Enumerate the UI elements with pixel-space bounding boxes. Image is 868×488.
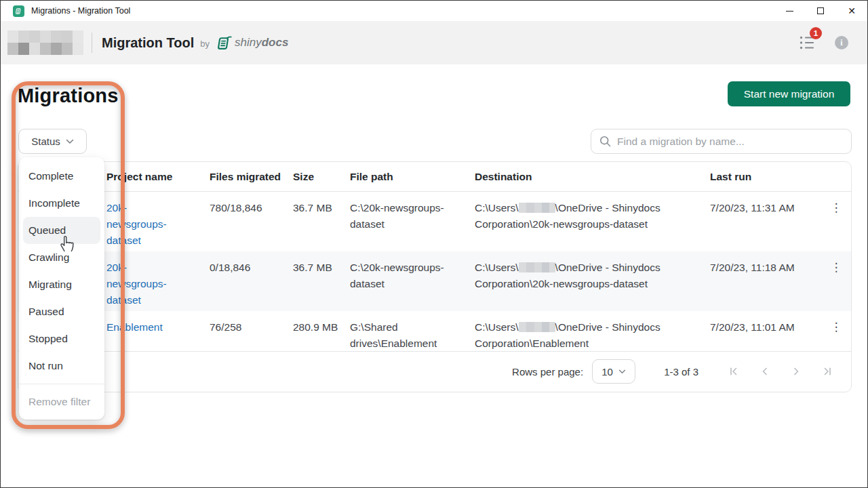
col-size: Size	[293, 171, 350, 183]
window-title: Migrations - Migration Tool	[31, 6, 774, 16]
project-link[interactable]: 20k-newsgroups-dataset	[106, 260, 182, 308]
cell-destination: C:\Users\\OneDrive - Shinydocs Corporati…	[475, 311, 710, 352]
next-page-button[interactable]	[791, 367, 801, 377]
pagination-controls	[728, 367, 832, 377]
info-icon: i	[840, 38, 842, 48]
info-button[interactable]: i	[835, 36, 848, 49]
by-label: by	[200, 39, 210, 49]
redacted-username	[519, 322, 555, 332]
chevron-down-icon	[618, 369, 626, 374]
project-link[interactable]: 20k-newsgroups-dataset	[106, 200, 182, 249]
cell-file-path: C:\20k-newsgroups-dataset	[350, 251, 475, 292]
col-files-migrated: Files migrated	[210, 171, 293, 183]
project-link[interactable]: Enablement	[106, 319, 163, 336]
rows-per-page-label: Rows per page:	[512, 366, 583, 378]
cell-size: 36.7 MB	[293, 251, 350, 276]
title-bar: Migrations - Migration Tool ✕	[1, 1, 867, 21]
col-project-name: Project name	[106, 171, 210, 183]
filter-option-not-run[interactable]: Not run	[19, 352, 104, 380]
chevron-right-icon	[791, 367, 801, 376]
remove-filter-option[interactable]: Remove filter	[19, 388, 104, 415]
brand-text: shinydocs	[235, 36, 288, 49]
search-input[interactable]	[617, 136, 843, 148]
app-header: Migration Tool by shinydocs 1 i	[1, 21, 867, 64]
table-row: Enablement 76/258 280.9 MB G:\Shared dri…	[18, 311, 851, 352]
cell-size: 280.9 MB	[293, 311, 350, 336]
status-filter-button[interactable]: Status	[18, 129, 87, 154]
shinydocs-logo: shinydocs	[215, 34, 288, 52]
cell-destination: C:\Users\\OneDrive - Shinydocs Corporati…	[475, 192, 710, 232]
shinydocs-glyph	[215, 34, 233, 52]
cell-file-path: G:\Shared drives\Enablement	[350, 311, 475, 352]
filter-option-migrating[interactable]: Migrating	[19, 271, 104, 298]
search-icon	[599, 136, 611, 147]
last-page-icon	[823, 367, 832, 376]
shinydocs-glyph-small	[15, 7, 22, 15]
app-window: Migrations - Migration Tool ✕ Migration …	[0, 0, 868, 488]
migrations-table: Project name Files migrated Size File pa…	[18, 161, 852, 392]
redacted-logo	[7, 30, 83, 55]
minimize-button[interactable]	[774, 1, 805, 21]
cell-files-migrated: 0/18,846	[210, 251, 293, 276]
status-filter-label: Status	[31, 136, 60, 147]
chevron-left-icon	[760, 367, 770, 376]
menu-divider	[19, 384, 104, 384]
filter-option-incomplete[interactable]: Incomplete	[19, 190, 104, 217]
cell-files-migrated: 76/258	[210, 311, 293, 336]
cell-last-run: 7/20/23, 11:31 AM	[710, 192, 815, 216]
main-content: Migrations Start new migration Status Pr…	[1, 64, 867, 488]
filter-option-crawling[interactable]: Crawling	[19, 244, 104, 271]
header-divider	[92, 33, 92, 53]
close-button[interactable]: ✕	[836, 1, 867, 21]
col-last-run: Last run	[710, 171, 815, 183]
row-menu-button[interactable]: ⋮	[827, 318, 845, 336]
table-row: 20k-newsgroups-dataset 780/18,846 36.7 M…	[18, 192, 851, 251]
search-box	[591, 129, 852, 154]
status-filter-menu: Complete Incomplete Queued Crawling Migr…	[19, 157, 104, 420]
table-header-row: Project name Files migrated Size File pa…	[18, 162, 851, 192]
row-menu-button[interactable]: ⋮	[827, 199, 845, 216]
last-page-button[interactable]	[822, 367, 832, 377]
pagination-range: 1-3 of 3	[664, 366, 698, 378]
cell-last-run: 7/20/23, 11:18 AM	[710, 251, 815, 276]
cell-size: 36.7 MB	[293, 192, 350, 216]
filter-option-complete[interactable]: Complete	[19, 163, 104, 190]
filter-option-paused[interactable]: Paused	[19, 298, 104, 325]
maximize-button[interactable]	[805, 1, 836, 21]
table-row: 20k-newsgroups-dataset 0/18,846 36.7 MB …	[18, 251, 851, 311]
row-menu-button[interactable]: ⋮	[827, 258, 845, 276]
close-icon: ✕	[848, 6, 856, 16]
previous-page-button[interactable]	[760, 367, 770, 377]
rows-per-page-select[interactable]: 10	[592, 359, 635, 384]
cell-destination: C:\Users\\OneDrive - Shinydocs Corporati…	[475, 251, 710, 292]
chevron-down-icon	[66, 139, 74, 144]
app-title: Migration Tool	[102, 35, 194, 51]
filter-option-queued[interactable]: Queued	[23, 217, 100, 244]
table-footer: Rows per page: 10 1-3 of 3	[18, 351, 851, 392]
notification-badge: 1	[810, 27, 822, 39]
col-file-path: File path	[350, 171, 475, 183]
first-page-icon	[729, 367, 738, 376]
page-title: Migrations	[18, 85, 119, 107]
redacted-username	[519, 203, 555, 213]
col-destination: Destination	[475, 171, 710, 183]
cell-last-run: 7/20/23, 11:01 AM	[710, 311, 815, 336]
cell-files-migrated: 780/18,846	[210, 192, 293, 216]
filter-option-stopped[interactable]: Stopped	[19, 325, 104, 352]
notifications-button[interactable]: 1	[800, 35, 816, 50]
cell-file-path: C:\20k-newsgroups-dataset	[350, 192, 475, 232]
start-new-migration-button[interactable]: Start new migration	[728, 81, 850, 106]
redacted-username	[519, 262, 555, 272]
app-icon	[13, 5, 24, 17]
maximize-icon	[817, 7, 824, 14]
first-page-button[interactable]	[728, 367, 738, 377]
minimize-icon	[786, 11, 793, 12]
